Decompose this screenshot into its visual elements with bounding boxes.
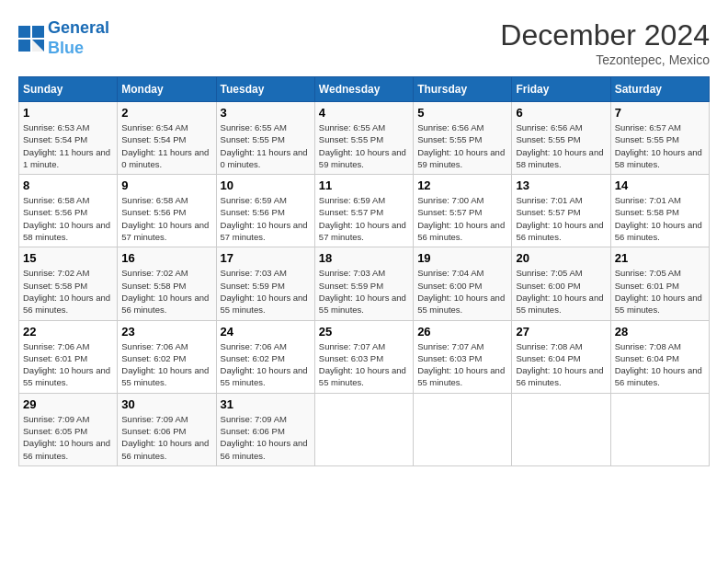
day-number: 7 — [615, 106, 705, 120]
calendar-cell: 8 Sunrise: 6:58 AMSunset: 5:56 PMDayligh… — [19, 175, 118, 247]
day-info: Sunrise: 6:56 AMSunset: 5:55 PMDaylight:… — [417, 122, 505, 169]
header-monday: Monday — [118, 77, 216, 102]
day-number: 20 — [516, 251, 606, 265]
calendar-cell: 28 Sunrise: 7:08 AMSunset: 6:04 PMDaylig… — [610, 320, 709, 393]
calendar-cell: 9 Sunrise: 6:58 AMSunset: 5:56 PMDayligh… — [118, 175, 216, 247]
day-info: Sunrise: 7:05 AMSunset: 6:00 PMDaylight:… — [516, 268, 603, 315]
calendar-cell: 12 Sunrise: 7:00 AMSunset: 5:57 PMDaylig… — [414, 175, 512, 247]
header-sunday: Sunday — [19, 77, 118, 102]
logo-icon — [18, 26, 44, 52]
logo-text: General Blue — [48, 18, 109, 58]
day-number: 29 — [23, 397, 113, 411]
day-info: Sunrise: 7:08 AMSunset: 6:04 PMDaylight:… — [615, 341, 702, 388]
month-title: December 2024 — [500, 18, 710, 52]
day-number: 14 — [615, 178, 705, 192]
day-number: 10 — [221, 178, 311, 192]
svg-rect-2 — [18, 40, 30, 52]
calendar-cell: 11 Sunrise: 6:59 AMSunset: 5:57 PMDaylig… — [314, 175, 413, 247]
day-number: 6 — [516, 106, 606, 120]
day-info: Sunrise: 7:02 AMSunset: 5:58 PMDaylight:… — [121, 268, 209, 315]
day-info: Sunrise: 6:53 AMSunset: 5:54 PMDaylight:… — [23, 122, 110, 169]
day-number: 28 — [615, 325, 705, 339]
calendar-cell — [610, 393, 709, 465]
day-info: Sunrise: 7:06 AMSunset: 6:02 PMDaylight:… — [121, 341, 209, 388]
calendar-cell: 27 Sunrise: 7:08 AMSunset: 6:04 PMDaylig… — [512, 320, 610, 393]
calendar-cell — [512, 393, 610, 465]
calendar-cell: 6 Sunrise: 6:56 AMSunset: 5:55 PMDayligh… — [512, 102, 610, 175]
day-info: Sunrise: 6:57 AMSunset: 5:55 PMDaylight:… — [615, 122, 702, 169]
day-info: Sunrise: 7:07 AMSunset: 6:03 PMDaylight:… — [319, 341, 406, 388]
calendar-cell: 10 Sunrise: 6:59 AMSunset: 5:56 PMDaylig… — [216, 175, 314, 247]
calendar-row: 15 Sunrise: 7:02 AMSunset: 5:58 PMDaylig… — [19, 247, 710, 320]
calendar-cell: 17 Sunrise: 7:03 AMSunset: 5:59 PMDaylig… — [216, 247, 314, 320]
day-info: Sunrise: 7:09 AMSunset: 6:06 PMDaylight:… — [221, 414, 308, 461]
location: Tezontepec, Mexico — [500, 52, 710, 67]
calendar-table: Sunday Monday Tuesday Wednesday Thursday… — [18, 76, 710, 466]
day-info: Sunrise: 7:05 AMSunset: 6:01 PMDaylight:… — [615, 268, 702, 315]
day-number: 21 — [615, 251, 705, 265]
calendar-cell: 5 Sunrise: 6:56 AMSunset: 5:55 PMDayligh… — [414, 102, 512, 175]
day-info: Sunrise: 7:06 AMSunset: 6:02 PMDaylight:… — [221, 341, 308, 388]
day-number: 16 — [121, 251, 211, 265]
calendar-cell: 15 Sunrise: 7:02 AMSunset: 5:58 PMDaylig… — [19, 247, 118, 320]
day-number: 19 — [417, 251, 507, 265]
calendar-cell: 25 Sunrise: 7:07 AMSunset: 6:03 PMDaylig… — [314, 320, 413, 393]
day-info: Sunrise: 7:03 AMSunset: 5:59 PMDaylight:… — [319, 268, 406, 315]
day-info: Sunrise: 6:59 AMSunset: 5:56 PMDaylight:… — [221, 195, 308, 242]
calendar-cell — [314, 393, 413, 465]
calendar-cell: 21 Sunrise: 7:05 AMSunset: 6:01 PMDaylig… — [610, 247, 709, 320]
day-number: 11 — [319, 178, 409, 192]
day-info: Sunrise: 7:02 AMSunset: 5:58 PMDaylight:… — [23, 268, 110, 315]
calendar-cell: 14 Sunrise: 7:01 AMSunset: 5:58 PMDaylig… — [610, 175, 709, 247]
day-info: Sunrise: 7:07 AMSunset: 6:03 PMDaylight:… — [417, 341, 505, 388]
calendar-cell: 19 Sunrise: 7:04 AMSunset: 6:00 PMDaylig… — [414, 247, 512, 320]
day-number: 24 — [221, 325, 311, 339]
day-number: 23 — [121, 325, 211, 339]
calendar-cell: 22 Sunrise: 7:06 AMSunset: 6:01 PMDaylig… — [19, 320, 118, 393]
header-saturday: Saturday — [610, 77, 709, 102]
header-wednesday: Wednesday — [314, 77, 413, 102]
calendar-cell: 16 Sunrise: 7:02 AMSunset: 5:58 PMDaylig… — [118, 247, 216, 320]
day-info: Sunrise: 7:09 AMSunset: 6:06 PMDaylight:… — [121, 414, 209, 461]
calendar-cell: 1 Sunrise: 6:53 AMSunset: 5:54 PMDayligh… — [19, 102, 118, 175]
day-number: 17 — [221, 251, 311, 265]
day-number: 25 — [319, 325, 409, 339]
calendar-cell: 26 Sunrise: 7:07 AMSunset: 6:03 PMDaylig… — [414, 320, 512, 393]
day-info: Sunrise: 6:55 AMSunset: 5:55 PMDaylight:… — [319, 122, 406, 169]
day-number: 9 — [121, 178, 211, 192]
calendar-cell: 7 Sunrise: 6:57 AMSunset: 5:55 PMDayligh… — [610, 102, 709, 175]
day-info: Sunrise: 6:58 AMSunset: 5:56 PMDaylight:… — [121, 195, 209, 242]
calendar-cell: 13 Sunrise: 7:01 AMSunset: 5:57 PMDaylig… — [512, 175, 610, 247]
day-number: 26 — [417, 325, 507, 339]
calendar-cell — [414, 393, 512, 465]
day-info: Sunrise: 6:59 AMSunset: 5:57 PMDaylight:… — [319, 195, 406, 242]
day-info: Sunrise: 7:03 AMSunset: 5:59 PMDaylight:… — [221, 268, 308, 315]
calendar-cell: 24 Sunrise: 7:06 AMSunset: 6:02 PMDaylig… — [216, 320, 314, 393]
day-number: 30 — [121, 397, 211, 411]
calendar-cell: 3 Sunrise: 6:55 AMSunset: 5:55 PMDayligh… — [216, 102, 314, 175]
header-thursday: Thursday — [414, 77, 512, 102]
calendar-row: 8 Sunrise: 6:58 AMSunset: 5:56 PMDayligh… — [19, 175, 710, 247]
header-tuesday: Tuesday — [216, 77, 314, 102]
calendar-row: 1 Sunrise: 6:53 AMSunset: 5:54 PMDayligh… — [19, 102, 710, 175]
day-number: 2 — [121, 106, 211, 120]
calendar-row: 29 Sunrise: 7:09 AMSunset: 6:05 PMDaylig… — [19, 393, 710, 465]
day-number: 18 — [319, 251, 409, 265]
day-info: Sunrise: 6:56 AMSunset: 5:55 PMDaylight:… — [516, 122, 603, 169]
day-number: 8 — [23, 178, 113, 192]
calendar-cell: 2 Sunrise: 6:54 AMSunset: 5:54 PMDayligh… — [118, 102, 216, 175]
day-info: Sunrise: 7:09 AMSunset: 6:05 PMDaylight:… — [23, 414, 110, 461]
day-info: Sunrise: 7:08 AMSunset: 6:04 PMDaylight:… — [516, 341, 603, 388]
day-number: 3 — [221, 106, 311, 120]
day-info: Sunrise: 7:00 AMSunset: 5:57 PMDaylight:… — [417, 195, 505, 242]
day-number: 13 — [516, 178, 606, 192]
day-number: 15 — [23, 251, 113, 265]
title-block: December 2024 Tezontepec, Mexico — [500, 18, 710, 67]
weekday-header-row: Sunday Monday Tuesday Wednesday Thursday… — [19, 77, 710, 102]
calendar-row: 22 Sunrise: 7:06 AMSunset: 6:01 PMDaylig… — [19, 320, 710, 393]
day-number: 12 — [417, 178, 507, 192]
day-number: 31 — [221, 397, 311, 411]
svg-rect-0 — [18, 26, 30, 38]
day-info: Sunrise: 7:06 AMSunset: 6:01 PMDaylight:… — [23, 341, 110, 388]
calendar-cell: 20 Sunrise: 7:05 AMSunset: 6:00 PMDaylig… — [512, 247, 610, 320]
